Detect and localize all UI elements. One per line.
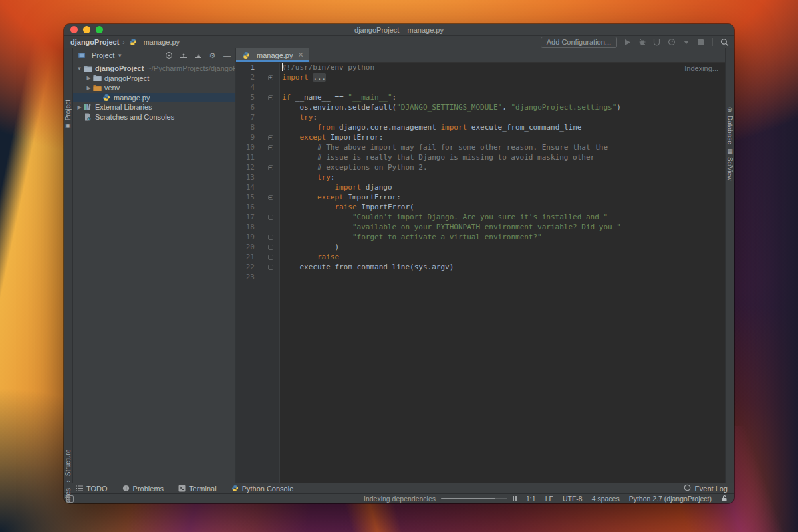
locate-file-icon[interactable]: [164, 51, 173, 60]
breadcrumb-file[interactable]: manage.py: [144, 38, 180, 46]
code-line-2[interactable]: 2+import ...: [236, 72, 725, 82]
code-line-9[interactable]: 9− except ImportError:: [236, 132, 725, 142]
tool-tab-structure[interactable]: ⁘ Structure: [65, 450, 72, 484]
tool-tab-todo[interactable]: TODO: [76, 485, 108, 493]
fold-column: [256, 152, 280, 162]
close-tab-icon[interactable]: ✕: [297, 51, 303, 59]
code-line-17[interactable]: 17− "Couldn't import Django. Are you sur…: [236, 212, 725, 222]
breadcrumb-project[interactable]: djangoProject: [70, 38, 119, 46]
line-number: 19: [236, 232, 256, 242]
tree-item-manage-py[interactable]: manage.py: [73, 93, 235, 103]
chevron-right-icon[interactable]: ▶: [76, 104, 83, 110]
chevron-down-icon[interactable]: ▼: [117, 53, 122, 59]
code-line-16[interactable]: 16 raise ImportError(: [236, 202, 725, 212]
fold-collapse-icon[interactable]: −: [268, 135, 273, 140]
code-text: # exceptions on Python 2.: [280, 162, 428, 172]
code-line-18[interactable]: 18 "available on your PYTHONPATH environ…: [236, 222, 725, 232]
code-text: ): [280, 242, 339, 252]
tree-item-external-libraries[interactable]: ▶External Libraries: [73, 102, 235, 112]
lock-icon[interactable]: [721, 495, 728, 503]
fold-collapse-icon[interactable]: −: [268, 245, 273, 250]
fold-column: −: [256, 252, 280, 262]
code-editor[interactable]: 1#!/usr/bin/env python2+import ...45−if …: [236, 63, 725, 483]
pause-icon[interactable]: [513, 496, 517, 501]
indent-widget[interactable]: 4 spaces: [592, 495, 620, 503]
tree-item-scratches-and-consoles[interactable]: Scratches and Consoles: [73, 112, 235, 122]
code-line-19[interactable]: 19− "forget to activate a virtual enviro…: [236, 232, 725, 242]
tree-item-djangoproject[interactable]: ▶djangoProject: [73, 74, 235, 84]
code-line-13[interactable]: 13 try:: [236, 172, 725, 182]
tool-tab-database[interactable]: ⛁ Database: [726, 106, 733, 144]
code-line-1[interactable]: 1#!/usr/bin/env python: [236, 63, 725, 72]
code-line-4[interactable]: 4: [236, 82, 725, 92]
tree-item-djangoproject[interactable]: ▼djangoProject~/PycharmProjects/djangoPr…: [73, 64, 235, 74]
code-line-6[interactable]: 6 os.environ.setdefault("DJANGO_SETTINGS…: [236, 102, 725, 112]
caret-position-widget[interactable]: 1:1: [526, 495, 536, 503]
code-line-14[interactable]: 14 import django: [236, 182, 725, 192]
chevron-right-icon[interactable]: ▶: [85, 85, 92, 91]
interpreter-widget[interactable]: Python 2.7 (djangoProject): [629, 495, 712, 503]
code-line-5[interactable]: 5−if __name__ == "__main__":: [236, 92, 725, 102]
library-icon: [83, 103, 92, 112]
project-panel-header: Project ▼ ⚙ —: [73, 48, 235, 63]
line-separator-widget[interactable]: LF: [545, 495, 553, 503]
tool-tab-python-console[interactable]: Python Console: [231, 485, 294, 493]
code-line-12[interactable]: 12− # exceptions on Python 2.: [236, 162, 725, 172]
debug-icon[interactable]: [638, 38, 646, 47]
tool-tab-project[interactable]: ▣ Project: [65, 100, 72, 130]
tool-tab-sciview[interactable]: ▦ SciView: [726, 148, 733, 180]
code-line-20[interactable]: 20− ): [236, 242, 725, 252]
fold-collapse-icon[interactable]: −: [268, 95, 273, 100]
zoom-window-button[interactable]: [96, 26, 103, 33]
search-icon[interactable]: [720, 38, 729, 47]
tool-tab-terminal[interactable]: Terminal: [178, 485, 217, 493]
stop-icon[interactable]: [696, 38, 705, 47]
tool-tab-problems[interactable]: Problems: [122, 485, 164, 493]
code-line-22[interactable]: 22− execute_from_command_line(sys.argv): [236, 262, 725, 272]
code-line-11[interactable]: 11 # issue is really that Django is miss…: [236, 152, 725, 162]
code-text: os.environ.setdefault("DJANGO_SETTINGS_M…: [280, 102, 621, 112]
tree-item-venv[interactable]: ▶venv: [73, 83, 235, 93]
add-configuration-button[interactable]: Add Configuration...: [541, 37, 617, 48]
minimize-window-button[interactable]: [83, 26, 90, 33]
todo-icon: [76, 485, 83, 491]
pycharm-window: djangoProject – manage.py djangoProject …: [64, 24, 734, 503]
project-panel-title[interactable]: Project: [92, 51, 114, 59]
tool-window-switcher-icon[interactable]: [66, 495, 74, 503]
fold-collapse-icon[interactable]: −: [268, 215, 273, 220]
code-line-15[interactable]: 15− except ImportError:: [236, 192, 725, 202]
line-number: 12: [236, 162, 256, 172]
traffic-lights: [70, 26, 103, 33]
fold-collapse-icon[interactable]: −: [268, 145, 273, 150]
chevron-down-icon[interactable]: ▼: [76, 66, 83, 72]
encoding-widget[interactable]: UTF-8: [563, 495, 583, 503]
fold-expand-icon[interactable]: +: [268, 75, 273, 80]
code-line-23[interactable]: 23: [236, 272, 725, 282]
run-icon[interactable]: [623, 38, 632, 47]
event-log-button[interactable]: Event Log: [684, 484, 728, 493]
code-line-7[interactable]: 7 try:: [236, 112, 725, 122]
gear-icon[interactable]: ⚙: [208, 51, 217, 60]
fold-collapse-icon[interactable]: −: [268, 235, 273, 240]
close-window-button[interactable]: [70, 26, 78, 33]
fold-collapse-icon[interactable]: −: [268, 165, 273, 170]
dropdown-icon[interactable]: [682, 38, 690, 47]
line-number: 18: [236, 222, 256, 232]
tree-item-label: djangoProject: [104, 74, 149, 82]
line-number: 17: [236, 212, 256, 222]
code-text: except ImportError:: [280, 132, 383, 142]
profiler-icon[interactable]: [667, 38, 676, 47]
collapse-all-icon[interactable]: [194, 51, 202, 60]
code-line-8[interactable]: 8 from django.core.management import exe…: [236, 122, 725, 132]
code-line-10[interactable]: 10− # The above import may fail for some…: [236, 142, 725, 152]
expand-all-icon[interactable]: [179, 51, 188, 60]
chevron-right-icon[interactable]: ▶: [85, 75, 92, 81]
hide-panel-icon[interactable]: —: [223, 51, 231, 60]
editor-tab-manage-py[interactable]: manage.py ✕: [236, 48, 309, 62]
fold-collapse-icon[interactable]: −: [268, 265, 273, 270]
coverage-icon[interactable]: [652, 38, 661, 47]
fold-column: −: [256, 162, 280, 172]
fold-collapse-icon[interactable]: −: [268, 195, 273, 200]
code-line-21[interactable]: 21− raise: [236, 252, 725, 262]
fold-collapse-icon[interactable]: −: [268, 255, 273, 260]
